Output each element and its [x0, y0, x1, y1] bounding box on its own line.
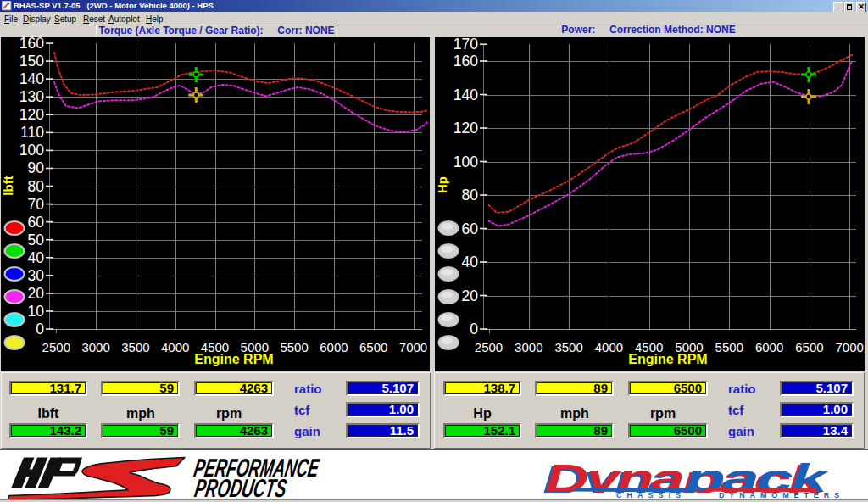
svg-text:60: 60: [462, 220, 479, 237]
svg-text:100: 100: [453, 153, 478, 170]
svg-text:7000: 7000: [399, 340, 427, 354]
svg-text:PRODUCTS: PRODUCTS: [192, 474, 289, 499]
svg-text:20: 20: [462, 287, 479, 304]
svg-text:0: 0: [36, 321, 44, 337]
svg-text:80: 80: [462, 187, 479, 204]
svg-text:100: 100: [19, 142, 44, 159]
svg-text:40: 40: [462, 254, 479, 271]
svg-text:4000: 4000: [595, 340, 623, 354]
svg-text:CHASSIS: CHASSIS: [616, 491, 686, 499]
svg-text:6500: 6500: [359, 340, 387, 354]
svg-text:90: 90: [28, 159, 45, 176]
svg-text:120: 120: [453, 120, 478, 137]
svg-text:3500: 3500: [121, 340, 149, 354]
svg-text:50: 50: [28, 231, 45, 248]
svg-text:4000: 4000: [161, 340, 189, 354]
svg-text:Engine RPM: Engine RPM: [194, 352, 273, 366]
svg-text:140: 140: [19, 70, 44, 87]
svg-text:150: 150: [19, 53, 44, 70]
svg-text:0: 0: [470, 321, 478, 337]
svg-text:DYNAMOMETERS: DYNAMOMETERS: [719, 491, 843, 499]
svg-text:3000: 3000: [81, 340, 109, 354]
svg-text:110: 110: [20, 124, 44, 141]
svg-text:3500: 3500: [554, 340, 582, 354]
svg-text:Engine RPM: Engine RPM: [628, 352, 707, 366]
svg-text:70: 70: [28, 196, 45, 213]
svg-text:6000: 6000: [755, 340, 783, 354]
svg-text:120: 120: [19, 106, 44, 123]
svg-text:2500: 2500: [42, 340, 70, 354]
svg-text:130: 130: [19, 88, 44, 105]
svg-text:5500: 5500: [715, 340, 743, 354]
svg-text:Hp: Hp: [435, 176, 449, 193]
svg-text:6000: 6000: [320, 340, 348, 354]
svg-text:170: 170: [453, 37, 478, 53]
svg-text:40: 40: [28, 249, 45, 266]
svg-text:10: 10: [28, 303, 45, 320]
svg-text:lbft: lbft: [1, 176, 15, 195]
svg-text:30: 30: [28, 267, 45, 284]
svg-text:160: 160: [453, 53, 478, 70]
svg-text:20: 20: [28, 285, 45, 302]
svg-text:160: 160: [19, 37, 44, 52]
svg-text:2500: 2500: [475, 340, 503, 354]
svg-text:6500: 6500: [795, 340, 823, 354]
svg-text:80: 80: [28, 178, 45, 195]
svg-text:140: 140: [453, 86, 478, 103]
svg-text:60: 60: [28, 214, 45, 231]
svg-text:7000: 7000: [836, 340, 864, 354]
svg-text:5500: 5500: [280, 340, 308, 354]
svg-text:3000: 3000: [515, 340, 542, 354]
